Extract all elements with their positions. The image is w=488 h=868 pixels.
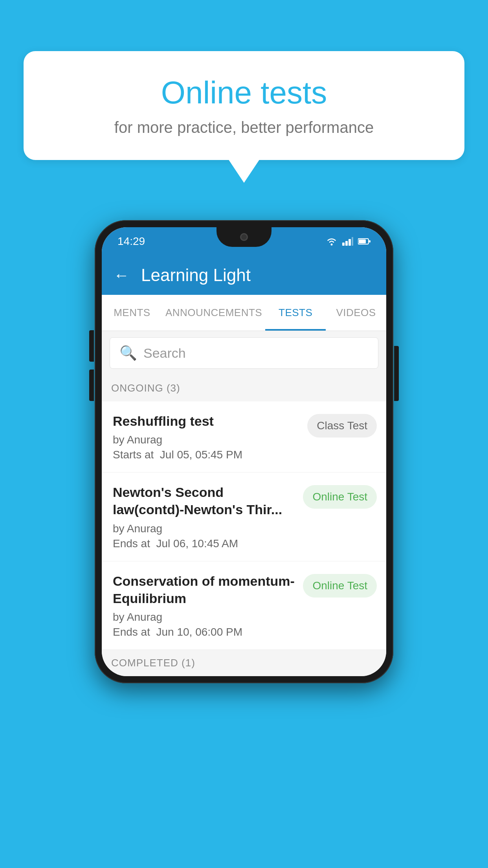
camera-icon (240, 233, 248, 241)
test-badge-2: Online Test (303, 485, 377, 509)
app-title: Learning Light (141, 265, 251, 285)
speech-bubble-container: Online tests for more practice, better p… (24, 51, 464, 183)
search-placeholder: Search (143, 346, 186, 361)
speech-bubble-subtitle: for more practice, better performance (55, 119, 433, 136)
status-time: 14:29 (117, 235, 145, 248)
test-info-2: Newton's Second law(contd)-Newton's Thir… (113, 484, 303, 550)
ongoing-section-header: ONGOING (3) (102, 375, 386, 401)
svg-rect-2 (345, 241, 348, 246)
phone-frame: 14:29 (95, 220, 393, 683)
battery-icon (358, 238, 371, 245)
speech-bubble: Online tests for more practice, better p… (24, 51, 464, 160)
svg-rect-7 (369, 240, 371, 243)
test-by-3: by Anurag (113, 611, 295, 623)
test-name-1: Reshuffling test (113, 412, 299, 430)
tab-tests[interactable]: TESTS (265, 295, 326, 331)
tab-bar: MENTS ANNOUNCEMENTS TESTS VIDEOS (102, 295, 386, 331)
test-info-1: Reshuffling test by Anurag Starts at Jul… (113, 412, 307, 461)
search-bar[interactable]: 🔍 Search (110, 337, 378, 369)
test-badge-1: Class Test (307, 414, 377, 438)
tab-announcements[interactable]: ANNOUNCEMENTS (162, 295, 265, 331)
test-date-2: Ends at Jul 06, 10:45 AM (113, 537, 295, 550)
speech-bubble-arrow (228, 159, 260, 183)
search-icon: 🔍 (119, 345, 137, 361)
ongoing-section-label: ONGOING (3) (111, 382, 180, 394)
test-by-2: by Anurag (113, 522, 295, 535)
phone-screen: 14:29 (102, 227, 386, 676)
test-date-3: Ends at Jun 10, 06:00 PM (113, 626, 295, 638)
svg-rect-1 (342, 243, 345, 246)
test-item-1[interactable]: Reshuffling test by Anurag Starts at Jul… (102, 401, 386, 473)
status-bar: 14:29 (102, 227, 386, 256)
app-bar: ← Learning Light (102, 256, 386, 295)
completed-section-header: COMPLETED (1) (102, 650, 386, 676)
completed-section-label: COMPLETED (1) (111, 657, 195, 669)
svg-rect-4 (352, 237, 353, 246)
speech-bubble-title: Online tests (55, 75, 433, 111)
wifi-icon (326, 237, 338, 246)
svg-rect-6 (359, 239, 366, 243)
test-item-3[interactable]: Conservation of momentum-Equilibrium by … (102, 561, 386, 650)
status-icons (326, 237, 371, 246)
test-badge-3: Online Test (303, 574, 377, 598)
back-button[interactable]: ← (114, 267, 129, 284)
phone-container: 14:29 (95, 220, 393, 683)
search-container: 🔍 Search (102, 331, 386, 375)
test-name-2: Newton's Second law(contd)-Newton's Thir… (113, 484, 295, 518)
notch (216, 227, 272, 247)
test-item-2[interactable]: Newton's Second law(contd)-Newton's Thir… (102, 473, 386, 561)
tab-videos[interactable]: VIDEOS (326, 295, 386, 331)
signal-icon (342, 237, 353, 246)
test-name-3: Conservation of momentum-Equilibrium (113, 572, 295, 607)
test-info-3: Conservation of momentum-Equilibrium by … (113, 572, 303, 638)
svg-point-0 (331, 244, 333, 246)
test-date-1: Starts at Jul 05, 05:45 PM (113, 449, 299, 461)
tab-ments[interactable]: MENTS (102, 295, 162, 331)
test-by-1: by Anurag (113, 434, 299, 446)
svg-rect-3 (349, 239, 351, 246)
